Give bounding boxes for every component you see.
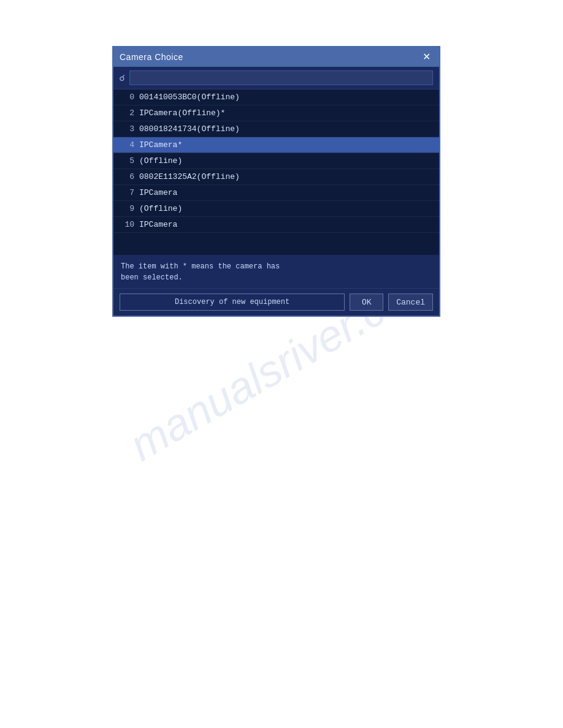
item-number: 0 <box>120 93 134 102</box>
dialog-footer: Discovery of new equipment OK Cancel <box>113 288 439 316</box>
item-number: 5 <box>120 156 134 165</box>
discovery-button[interactable]: Discovery of new equipment <box>120 294 345 311</box>
list-item[interactable]: 9 (Offline) <box>113 201 439 217</box>
list-item[interactable]: 7 IPCamera <box>113 185 439 201</box>
item-name: 080018241734(Offline) <box>139 124 240 134</box>
item-number: 6 <box>120 172 134 181</box>
dialog-titlebar: Camera Choice ✕ <box>113 47 439 67</box>
list-item[interactable]: 6 0802E11325A2(Offline) <box>113 169 439 185</box>
list-item[interactable]: 10 IPCamera <box>113 217 439 233</box>
item-name: (Offline) <box>139 156 182 165</box>
item-number: 10 <box>120 220 134 229</box>
ok-button[interactable]: OK <box>350 294 383 311</box>
search-icon: ☌ <box>120 73 124 83</box>
item-number: 9 <box>120 204 134 213</box>
item-number: 2 <box>120 108 134 118</box>
item-name: (Offline) <box>139 204 182 213</box>
info-text: The item with * means the camera has bee… <box>113 255 439 288</box>
list-item[interactable]: 5 (Offline) <box>113 153 439 169</box>
item-number: 3 <box>120 124 134 134</box>
item-name: IPCamera <box>139 188 177 197</box>
camera-list: 0 001410053BC0(Offline) 2 IPCamera(Offli… <box>113 89 439 255</box>
list-item[interactable]: 0 001410053BC0(Offline) <box>113 89 439 105</box>
dialog-title: Camera Choice <box>120 52 183 62</box>
cancel-button[interactable]: Cancel <box>388 294 433 311</box>
item-number: 7 <box>120 188 134 197</box>
camera-choice-dialog: Camera Choice ✕ ☌ 0 001410053BC0(Offline… <box>112 46 440 317</box>
item-name: IPCamera* <box>139 140 182 150</box>
item-name: 0802E11325A2(Offline) <box>139 172 240 181</box>
list-item[interactable]: 3 080018241734(Offline) <box>113 121 439 137</box>
search-input[interactable] <box>129 70 433 85</box>
item-name: IPCamera <box>139 220 177 229</box>
info-line2: been selected. <box>121 272 432 283</box>
info-line1: The item with * means the camera has <box>121 261 432 272</box>
search-bar: ☌ <box>113 67 439 89</box>
item-number: 4 <box>120 140 134 150</box>
close-button[interactable]: ✕ <box>420 52 433 62</box>
list-item-selected[interactable]: 4 IPCamera* <box>113 137 439 153</box>
item-name: IPCamera(Offline)* <box>139 108 225 118</box>
list-item[interactable]: 2 IPCamera(Offline)* <box>113 105 439 121</box>
item-name: 001410053BC0(Offline) <box>139 93 240 102</box>
